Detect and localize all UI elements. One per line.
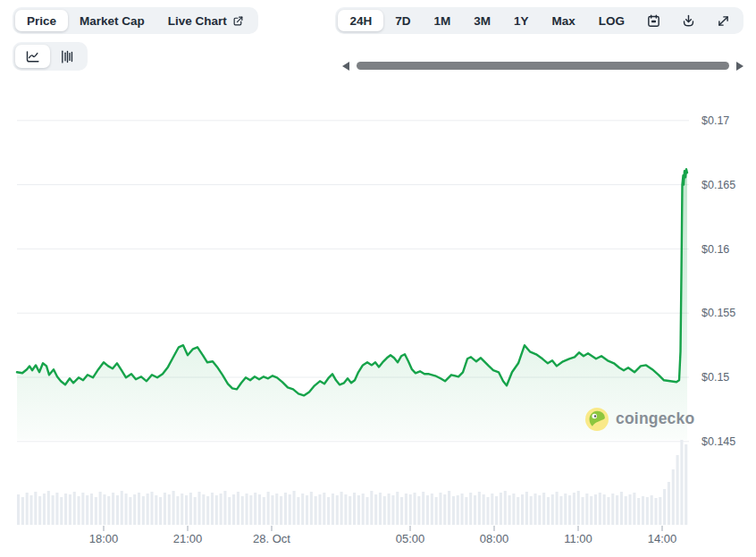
coingecko-watermark: coingecko [585, 407, 694, 431]
svg-text:$0.15: $0.15 [701, 371, 729, 384]
svg-text:14:00: 14:00 [648, 532, 677, 545]
svg-text:$0.155: $0.155 [701, 307, 735, 319]
svg-text:$0.16: $0.16 [701, 243, 729, 256]
volume-bars [17, 440, 687, 525]
svg-text:$0.145: $0.145 [701, 435, 735, 448]
time-axis-ticks [104, 526, 662, 531]
svg-text:05:00: 05:00 [396, 532, 425, 545]
svg-text:18:00: 18:00 [89, 532, 119, 545]
price-chart[interactable]: $0.17$0.165$0.16$0.155$0.15$0.14518:0021… [0, 0, 756, 557]
svg-text:11:00: 11:00 [564, 532, 592, 545]
coingecko-wordmark: coingecko [616, 409, 694, 428]
svg-text:08:00: 08:00 [480, 532, 509, 545]
price-area-fill [17, 169, 687, 440]
svg-text:$0.17: $0.17 [701, 114, 729, 127]
coingecko-logo-icon [585, 408, 609, 431]
svg-text:28. Oct: 28. Oct [253, 532, 290, 545]
price-axis-labels: $0.17$0.165$0.16$0.155$0.15$0.145 [701, 114, 735, 448]
svg-text:21:00: 21:00 [173, 532, 203, 545]
svg-text:$0.165: $0.165 [701, 179, 735, 191]
time-axis-labels: 18:0021:0028. Oct05:0008:0011:0014:00 [89, 532, 677, 545]
